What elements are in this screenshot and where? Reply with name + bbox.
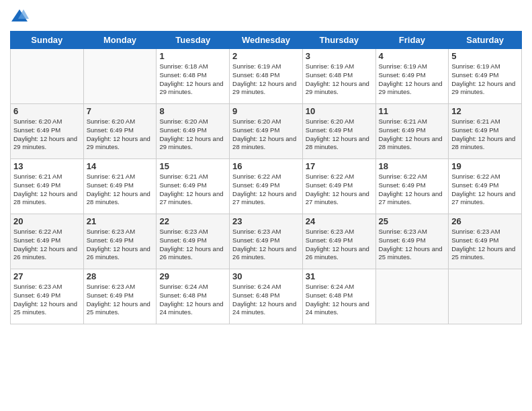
- calendar-cell: 11Sunrise: 6:21 AM Sunset: 6:49 PM Dayli…: [375, 104, 449, 159]
- calendar-cell: [83, 49, 157, 104]
- day-info: Sunrise: 6:19 AM Sunset: 6:48 PM Dayligh…: [232, 62, 300, 97]
- calendar: SundayMondayTuesdayWednesdayThursdayFrid…: [10, 31, 522, 324]
- calendar-cell: 7Sunrise: 6:20 AM Sunset: 6:49 PM Daylig…: [83, 104, 157, 159]
- calendar-cell: 16Sunrise: 6:22 AM Sunset: 6:49 PM Dayli…: [230, 159, 303, 214]
- day-number: 18: [379, 161, 446, 171]
- logo-icon: [10, 7, 29, 26]
- calendar-cell: 28Sunrise: 6:23 AM Sunset: 6:49 PM Dayli…: [83, 269, 157, 324]
- header: [10, 7, 522, 26]
- calendar-week-row: 6Sunrise: 6:20 AM Sunset: 6:49 PM Daylig…: [11, 104, 522, 159]
- calendar-cell: 18Sunrise: 6:22 AM Sunset: 6:49 PM Dayli…: [375, 159, 449, 214]
- day-number: 10: [306, 106, 373, 116]
- calendar-cell: 8Sunrise: 6:20 AM Sunset: 6:49 PM Daylig…: [157, 104, 230, 159]
- day-number: 25: [379, 216, 446, 226]
- day-number: 1: [159, 51, 226, 61]
- day-number: 11: [379, 106, 446, 116]
- calendar-week-row: 1Sunrise: 6:18 AM Sunset: 6:48 PM Daylig…: [11, 49, 522, 104]
- day-number: 26: [451, 216, 519, 226]
- calendar-cell: 12Sunrise: 6:21 AM Sunset: 6:49 PM Dayli…: [449, 104, 522, 159]
- day-info: Sunrise: 6:20 AM Sunset: 6:49 PM Dayligh…: [306, 118, 373, 152]
- calendar-cell: [375, 269, 449, 324]
- calendar-week-row: 27Sunrise: 6:23 AM Sunset: 6:49 PM Dayli…: [11, 269, 522, 324]
- calendar-cell: 4Sunrise: 6:19 AM Sunset: 6:49 PM Daylig…: [375, 49, 449, 104]
- day-info: Sunrise: 6:21 AM Sunset: 6:49 PM Dayligh…: [87, 173, 154, 207]
- weekday-header: Sunday: [11, 32, 84, 49]
- day-number: 12: [451, 106, 519, 116]
- calendar-cell: 1Sunrise: 6:18 AM Sunset: 6:48 PM Daylig…: [157, 49, 230, 104]
- weekday-header: Wednesday: [230, 32, 303, 49]
- day-number: 8: [159, 106, 226, 116]
- day-number: 6: [13, 106, 81, 116]
- calendar-cell: 2Sunrise: 6:19 AM Sunset: 6:48 PM Daylig…: [230, 49, 303, 104]
- day-info: Sunrise: 6:22 AM Sunset: 6:49 PM Dayligh…: [379, 173, 446, 207]
- calendar-cell: 14Sunrise: 6:21 AM Sunset: 6:49 PM Dayli…: [83, 159, 157, 214]
- weekday-header: Monday: [83, 32, 157, 49]
- day-info: Sunrise: 6:23 AM Sunset: 6:49 PM Dayligh…: [13, 283, 81, 317]
- day-info: Sunrise: 6:23 AM Sunset: 6:49 PM Dayligh…: [159, 228, 226, 262]
- calendar-cell: 10Sunrise: 6:20 AM Sunset: 6:49 PM Dayli…: [302, 104, 375, 159]
- calendar-week-row: 13Sunrise: 6:21 AM Sunset: 6:49 PM Dayli…: [11, 159, 522, 214]
- day-number: 19: [451, 161, 519, 171]
- day-number: 5: [451, 51, 519, 61]
- weekday-header: Saturday: [449, 32, 522, 49]
- day-info: Sunrise: 6:22 AM Sunset: 6:49 PM Dayligh…: [451, 173, 519, 207]
- day-info: Sunrise: 6:24 AM Sunset: 6:48 PM Dayligh…: [306, 283, 373, 317]
- day-info: Sunrise: 6:20 AM Sunset: 6:49 PM Dayligh…: [159, 118, 226, 152]
- weekday-header: Tuesday: [157, 32, 230, 49]
- calendar-cell: 5Sunrise: 6:19 AM Sunset: 6:49 PM Daylig…: [449, 49, 522, 104]
- day-number: 14: [87, 161, 154, 171]
- page: SundayMondayTuesdayWednesdayThursdayFrid…: [0, 0, 532, 411]
- calendar-cell: 6Sunrise: 6:20 AM Sunset: 6:49 PM Daylig…: [11, 104, 84, 159]
- day-number: 3: [306, 51, 373, 61]
- day-info: Sunrise: 6:18 AM Sunset: 6:48 PM Dayligh…: [159, 62, 226, 97]
- day-info: Sunrise: 6:23 AM Sunset: 6:49 PM Dayligh…: [87, 283, 154, 317]
- calendar-cell: 24Sunrise: 6:23 AM Sunset: 6:49 PM Dayli…: [302, 214, 375, 269]
- day-info: Sunrise: 6:24 AM Sunset: 6:48 PM Dayligh…: [232, 283, 300, 317]
- day-number: 17: [306, 161, 373, 171]
- calendar-cell: 19Sunrise: 6:22 AM Sunset: 6:49 PM Dayli…: [449, 159, 522, 214]
- day-number: 31: [306, 271, 373, 281]
- calendar-cell: [449, 269, 522, 324]
- calendar-cell: 20Sunrise: 6:22 AM Sunset: 6:49 PM Dayli…: [11, 214, 84, 269]
- day-info: Sunrise: 6:23 AM Sunset: 6:49 PM Dayligh…: [87, 228, 154, 262]
- day-info: Sunrise: 6:22 AM Sunset: 6:49 PM Dayligh…: [13, 228, 81, 262]
- calendar-cell: [11, 49, 84, 104]
- day-number: 30: [232, 271, 300, 281]
- calendar-cell: 26Sunrise: 6:23 AM Sunset: 6:49 PM Dayli…: [449, 214, 522, 269]
- calendar-cell: 25Sunrise: 6:23 AM Sunset: 6:49 PM Dayli…: [375, 214, 449, 269]
- day-info: Sunrise: 6:19 AM Sunset: 6:49 PM Dayligh…: [379, 62, 446, 97]
- day-number: 9: [232, 106, 300, 116]
- day-info: Sunrise: 6:19 AM Sunset: 6:48 PM Dayligh…: [306, 62, 373, 97]
- day-info: Sunrise: 6:21 AM Sunset: 6:49 PM Dayligh…: [451, 118, 519, 152]
- day-number: 20: [13, 216, 81, 226]
- day-number: 21: [87, 216, 154, 226]
- calendar-cell: 17Sunrise: 6:22 AM Sunset: 6:49 PM Dayli…: [302, 159, 375, 214]
- day-number: 22: [159, 216, 226, 226]
- day-number: 15: [159, 161, 226, 171]
- day-number: 24: [306, 216, 373, 226]
- calendar-cell: 3Sunrise: 6:19 AM Sunset: 6:48 PM Daylig…: [302, 49, 375, 104]
- calendar-cell: 9Sunrise: 6:20 AM Sunset: 6:49 PM Daylig…: [230, 104, 303, 159]
- day-number: 29: [159, 271, 226, 281]
- day-info: Sunrise: 6:20 AM Sunset: 6:49 PM Dayligh…: [87, 118, 154, 152]
- day-info: Sunrise: 6:21 AM Sunset: 6:49 PM Dayligh…: [379, 118, 446, 152]
- weekday-header-row: SundayMondayTuesdayWednesdayThursdayFrid…: [11, 32, 522, 49]
- weekday-header: Friday: [375, 32, 449, 49]
- calendar-cell: 22Sunrise: 6:23 AM Sunset: 6:49 PM Dayli…: [157, 214, 230, 269]
- day-info: Sunrise: 6:23 AM Sunset: 6:49 PM Dayligh…: [379, 228, 446, 262]
- calendar-cell: 23Sunrise: 6:23 AM Sunset: 6:49 PM Dayli…: [230, 214, 303, 269]
- calendar-week-row: 20Sunrise: 6:22 AM Sunset: 6:49 PM Dayli…: [11, 214, 522, 269]
- day-info: Sunrise: 6:24 AM Sunset: 6:48 PM Dayligh…: [159, 283, 226, 317]
- day-info: Sunrise: 6:20 AM Sunset: 6:49 PM Dayligh…: [232, 118, 300, 152]
- day-info: Sunrise: 6:22 AM Sunset: 6:49 PM Dayligh…: [306, 173, 373, 207]
- calendar-cell: 15Sunrise: 6:21 AM Sunset: 6:49 PM Dayli…: [157, 159, 230, 214]
- calendar-cell: 21Sunrise: 6:23 AM Sunset: 6:49 PM Dayli…: [83, 214, 157, 269]
- day-info: Sunrise: 6:21 AM Sunset: 6:49 PM Dayligh…: [13, 173, 81, 207]
- day-info: Sunrise: 6:23 AM Sunset: 6:49 PM Dayligh…: [306, 228, 373, 262]
- day-number: 27: [13, 271, 81, 281]
- calendar-cell: 29Sunrise: 6:24 AM Sunset: 6:48 PM Dayli…: [157, 269, 230, 324]
- day-number: 7: [87, 106, 154, 116]
- day-number: 16: [232, 161, 300, 171]
- day-number: 2: [232, 51, 300, 61]
- day-info: Sunrise: 6:23 AM Sunset: 6:49 PM Dayligh…: [451, 228, 519, 262]
